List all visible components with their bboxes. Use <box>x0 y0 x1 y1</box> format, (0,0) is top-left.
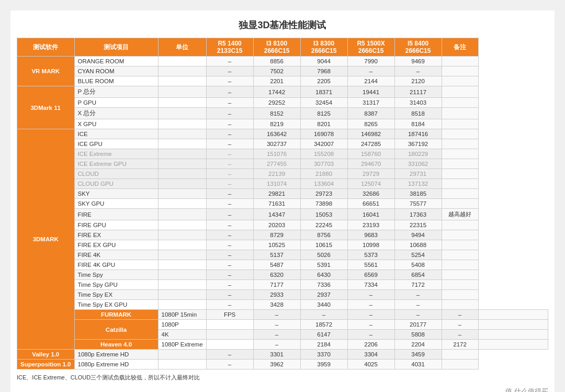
software-cell: 3DMARK <box>17 129 75 350</box>
item-cell: SKY <box>74 189 158 199</box>
unit-cell <box>206 340 253 350</box>
r5-1500x-cell: 66651 <box>347 199 394 209</box>
i3-8300-cell: 5391 <box>300 260 347 270</box>
r5-1500x-cell: 6569 <box>347 270 394 280</box>
unit-cell <box>158 108 206 119</box>
item-cell: Time Spy EX <box>74 290 158 300</box>
i5-8400-cell: 31403 <box>394 98 442 108</box>
r5-1400-cell: – <box>206 108 253 119</box>
r5-1400-cell: – <box>206 250 253 260</box>
i5-8400-cell: 21117 <box>394 86 442 98</box>
r5-1500x-cell: 29729 <box>347 169 394 179</box>
unit-cell <box>158 290 206 300</box>
unit-cell <box>158 86 206 98</box>
i5-8400-cell: 8184 <box>394 119 442 129</box>
item-cell: FIRE 4K <box>74 250 158 260</box>
unit-cell <box>158 350 206 360</box>
table-row: ICE GPU–302737342007247285367192 <box>17 139 548 149</box>
remark-cell <box>442 300 478 310</box>
r5-1400-cell: – <box>206 209 253 220</box>
i3-8100-cell: – <box>300 310 347 320</box>
software-cell: Superposition 1.0 <box>17 360 75 369</box>
item-cell: ORANGE ROOM <box>74 57 158 66</box>
unit-cell <box>158 300 206 310</box>
i3-8100-cell: 3428 <box>253 300 300 310</box>
remark-cell <box>442 149 478 159</box>
r5-1500x-cell: 4025 <box>347 360 394 369</box>
table-row: Catzilla1080P–18572–20177– <box>17 320 548 330</box>
r5-1400-cell: – <box>206 129 253 139</box>
r5-1500x-cell: 20177 <box>394 320 442 330</box>
r5-1500x-cell: 10998 <box>347 240 394 250</box>
i5-8400-cell: 367192 <box>394 139 442 149</box>
r5-1400-cell: – <box>206 270 253 280</box>
item-cell: P GPU <box>74 98 158 108</box>
i3-8100-cell: 5137 <box>253 250 300 260</box>
col-header-i3-8100: I3 81002666C15 <box>253 38 300 57</box>
r5-1400-cell: – <box>206 76 253 86</box>
remark-cell <box>442 169 478 179</box>
i5-8400-cell: 5254 <box>394 250 442 260</box>
r5-1500x-cell: – <box>347 300 394 310</box>
i5-8400-cell: 137132 <box>394 179 442 189</box>
unit-cell <box>158 159 206 169</box>
i3-8100-cell: 2184 <box>300 340 347 350</box>
col-header-i3-8300: I3 83002666C15 <box>300 38 347 57</box>
table-row: ICE Extreme GPU–277455307703294670331062 <box>17 159 548 169</box>
remark-cell <box>442 139 478 149</box>
r5-1400-cell: – <box>206 360 253 369</box>
r5-1400-cell: – <box>253 340 300 350</box>
r5-1400-cell: – <box>206 189 253 199</box>
i3-8100-cell: 22139 <box>253 169 300 179</box>
item-cell: Time Spy GPU <box>74 280 158 290</box>
col-header-r5-1500x: R5 1500X2666C15 <box>347 38 394 57</box>
i3-8300-cell: 8125 <box>300 108 347 119</box>
table-row: FURMARK1080P 15minFPS––––– <box>17 310 548 320</box>
col-header-unit: 单位 <box>158 38 206 57</box>
unit-cell <box>158 220 206 230</box>
i5-8400-cell: – <box>394 290 442 300</box>
unit-cell <box>158 280 206 290</box>
i3-8300-cell: 2205 <box>300 76 347 86</box>
table-row: VR MARKORANGE ROOM–8856904479909469 <box>17 57 548 66</box>
r5-1400-cell: – <box>206 179 253 189</box>
i3-8300-cell: 133604 <box>300 179 347 189</box>
item-cell: FIRE 4K GPU <box>74 260 158 270</box>
i3-8100-cell: 2201 <box>253 76 300 86</box>
i5-8400-cell: 3459 <box>394 350 442 360</box>
item-cell: FIRE EX <box>74 230 158 240</box>
r5-1400-cell: – <box>206 260 253 270</box>
remark-cell <box>442 98 478 108</box>
i5-8400-cell: 9469 <box>394 57 442 66</box>
i3-8100-cell: 277455 <box>253 159 300 169</box>
unit-cell <box>158 76 206 86</box>
remark-cell <box>478 310 548 320</box>
i5-8400-cell: 180229 <box>394 149 442 159</box>
unit-cell <box>158 360 206 369</box>
i3-8300-cell: 155208 <box>300 149 347 159</box>
r5-1500x-cell: – <box>394 310 442 320</box>
col-header-i5-8400: I5 84002666C15 <box>394 38 442 57</box>
table-row: Heaven 4.01080P Extreme–2184220622042172 <box>17 340 548 350</box>
r5-1500x-cell: 294670 <box>347 159 394 169</box>
table-row: Time Spy–6320643065696854 <box>17 270 548 280</box>
table-row: Time Spy EX GPU–34283440–– <box>17 300 548 310</box>
watermark: 值 什么值得买 <box>17 387 548 392</box>
remark-cell <box>442 76 478 86</box>
remark-cell <box>442 350 478 360</box>
col-header-software: 测试软件 <box>17 38 75 57</box>
i3-8300-cell: 7336 <box>300 280 347 290</box>
item-cell: FIRE EX GPU <box>74 240 158 250</box>
i5-8400-cell: 9494 <box>394 230 442 240</box>
table-row: X GPU–8219820182658184 <box>17 119 548 129</box>
item-cell: Time Spy <box>74 270 158 280</box>
item-cell: CLOUD GPU <box>74 179 158 189</box>
i5-8400-cell: 38185 <box>394 189 442 199</box>
r5-1500x-cell: 5373 <box>347 250 394 260</box>
item-cell: X 总分 <box>74 108 158 119</box>
i3-8300-cell: 342007 <box>300 139 347 149</box>
r5-1500x-cell: 7990 <box>347 57 394 66</box>
i3-8300-cell: 8201 <box>300 119 347 129</box>
i3-8100-cell: 17442 <box>253 86 300 98</box>
remark-cell <box>442 189 478 199</box>
